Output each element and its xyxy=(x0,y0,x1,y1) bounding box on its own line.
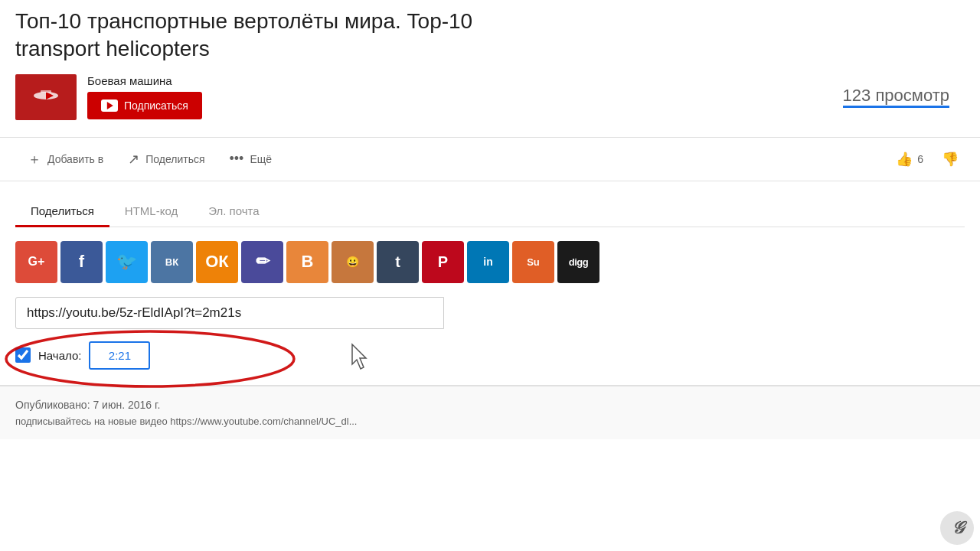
thumbs-up-icon: 👍 xyxy=(896,151,913,168)
social-twitter[interactable]: 🐦 xyxy=(106,241,148,283)
actions-row: ＋ Добавить в ↗ Поделиться ••• Ещё 👍 6 👎 xyxy=(0,138,980,181)
dislike-button[interactable]: 👎 xyxy=(936,148,965,171)
published-date: Опубликовано: 7 июн. 2016 г. xyxy=(15,399,965,411)
watermark: 𝒢 xyxy=(940,511,974,545)
watermark-symbol: 𝒢 xyxy=(951,518,963,538)
social-odnoklassniki[interactable]: ОК xyxy=(196,241,238,283)
social-icons-row: G+ f 🐦 ВК ОК ✏ B 😀 t P in Su digg xyxy=(15,241,965,283)
subscribe-button[interactable]: Подписаться xyxy=(87,92,202,119)
social-facebook[interactable]: f xyxy=(60,241,103,283)
actions-right: 123 просмотр xyxy=(843,86,965,108)
social-blogger[interactable]: B xyxy=(286,241,328,283)
social-pinterest[interactable]: P xyxy=(422,241,464,283)
url-input[interactable] xyxy=(15,297,444,329)
start-checkbox[interactable] xyxy=(15,347,31,363)
thumbs-down-icon: 👎 xyxy=(942,151,959,168)
tab-html[interactable]: HTML-код xyxy=(109,197,193,227)
subscribe-link-text: подписывайтесь на новые видео https://ww… xyxy=(15,416,965,427)
channel-avatar[interactable] xyxy=(15,74,77,120)
dots-icon: ••• xyxy=(230,151,244,167)
tab-email[interactable]: Эл. почта xyxy=(193,197,274,227)
share-tabs: Поделиться HTML-код Эл. почта xyxy=(15,197,965,227)
start-time-row: Начало: xyxy=(15,341,965,370)
channel-left: Боевая машина Подписаться xyxy=(15,74,202,120)
tab-share[interactable]: Поделиться xyxy=(15,197,109,227)
main-container: Топ-10 транспортные вертолёты мира. Top-… xyxy=(0,0,980,551)
svg-rect-3 xyxy=(41,90,51,93)
social-vk[interactable]: ВК xyxy=(151,241,193,283)
title-section: Топ-10 транспортные вертолёты мира. Top-… xyxy=(0,0,980,138)
add-to-button[interactable]: ＋ Добавить в xyxy=(15,144,116,174)
channel-name[interactable]: Боевая машина xyxy=(87,74,202,87)
share-button[interactable]: ↗ Поделиться xyxy=(116,145,217,174)
share-icon: ↗ xyxy=(128,151,139,168)
social-stumbleupon[interactable]: Su xyxy=(512,241,554,283)
youtube-icon xyxy=(101,99,118,112)
like-count: 6 xyxy=(917,153,923,165)
social-tumblr[interactable]: t xyxy=(377,241,419,283)
share-panel: Поделиться HTML-код Эл. почта G+ f 🐦 ВК … xyxy=(0,181,980,386)
social-linkedin[interactable]: in xyxy=(467,241,509,283)
social-reddit[interactable]: 😀 xyxy=(332,241,374,283)
view-count: 123 просмотр xyxy=(843,86,949,108)
channel-row: Боевая машина Подписаться 123 просмотр xyxy=(15,74,965,120)
start-label: Начало: xyxy=(38,349,81,362)
plus-icon: ＋ xyxy=(28,150,41,168)
social-edit[interactable]: ✏ xyxy=(241,241,283,283)
more-button[interactable]: ••• Ещё xyxy=(217,145,285,173)
channel-info: Боевая машина Подписаться xyxy=(87,74,202,119)
published-section: Опубликовано: 7 июн. 2016 г. подписывайт… xyxy=(0,386,980,439)
like-button[interactable]: 👍 6 xyxy=(890,148,929,171)
social-google-plus[interactable]: G+ xyxy=(15,241,57,283)
video-title: Топ-10 транспортные вертолёты мира. Top-… xyxy=(15,8,965,64)
start-time-input[interactable] xyxy=(89,341,150,370)
social-digg[interactable]: digg xyxy=(557,241,599,283)
url-row xyxy=(15,297,965,329)
